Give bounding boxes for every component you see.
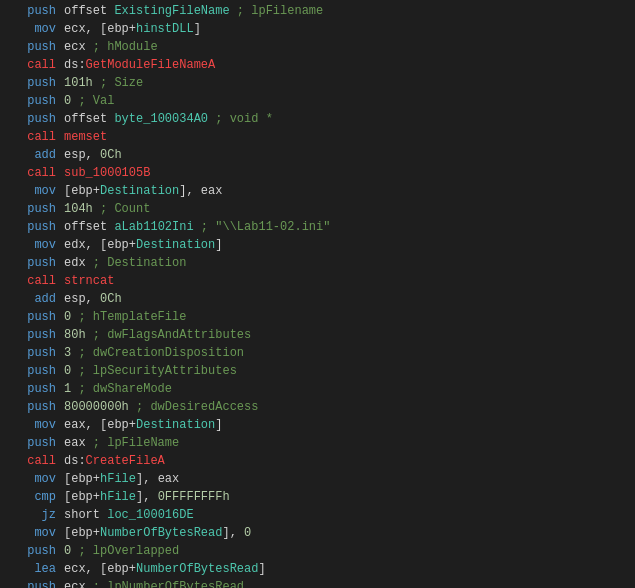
table-row: pushedx ; Destination (0, 256, 635, 274)
table-row: mov[ebp+NumberOfBytesRead], 0 (0, 526, 635, 544)
table-row: push101h ; Size (0, 76, 635, 94)
instruction-operands: ecx, [ebp+hinstDLL] (64, 22, 201, 36)
instruction-mnem: cmp (4, 490, 64, 504)
instruction-operands: ds:CreateFileA (64, 454, 165, 468)
instruction-mnem: push (4, 202, 64, 216)
instruction-operands: [ebp+hFile], eax (64, 472, 179, 486)
table-row: callds:CreateFileA (0, 454, 635, 472)
instruction-operands: ecx ; hModule (64, 40, 158, 54)
table-row: jzshort loc_100016DE (0, 508, 635, 526)
instruction-operands: 1 ; dwShareMode (64, 382, 172, 396)
table-row: push0 ; lpOverlapped (0, 544, 635, 562)
instruction-operands: 80000000h ; dwDesiredAccess (64, 400, 258, 414)
table-row: push80000000h ; dwDesiredAccess (0, 400, 635, 418)
table-row: leaecx, [ebp+NumberOfBytesRead] (0, 562, 635, 580)
instruction-operands: 80h ; dwFlagsAndAttributes (64, 328, 251, 342)
table-row: push0 ; Val (0, 94, 635, 112)
instruction-operands: 104h ; Count (64, 202, 150, 216)
instruction-mnem: push (4, 76, 64, 90)
table-row: pusheax ; lpFileName (0, 436, 635, 454)
instruction-operands: 0 ; lpOverlapped (64, 544, 179, 558)
table-row: push0 ; hTemplateFile (0, 310, 635, 328)
instruction-operands: short loc_100016DE (64, 508, 194, 522)
instruction-mnem: call (4, 166, 64, 180)
table-row: mov[ebp+Destination], eax (0, 184, 635, 202)
instruction-mnem: push (4, 4, 64, 18)
instruction-mnem: push (4, 328, 64, 342)
instruction-mnem: push (4, 94, 64, 108)
instruction-operands: [ebp+hFile], 0FFFFFFFFh (64, 490, 230, 504)
table-row: push104h ; Count (0, 202, 635, 220)
table-row: callds:GetModuleFileNameA (0, 58, 635, 76)
instruction-mnem: push (4, 436, 64, 450)
instruction-mnem: add (4, 292, 64, 306)
instruction-operands: ds:GetModuleFileNameA (64, 58, 215, 72)
instruction-mnem: call (4, 130, 64, 144)
instruction-mnem: add (4, 148, 64, 162)
instruction-mnem: push (4, 382, 64, 396)
instruction-operands: esp, 0Ch (64, 292, 122, 306)
table-row: callsub_1000105B (0, 166, 635, 184)
instruction-operands: edx ; Destination (64, 256, 186, 270)
table-row: movedx, [ebp+Destination] (0, 238, 635, 256)
table-row: cmp[ebp+hFile], 0FFFFFFFFh (0, 490, 635, 508)
instruction-operands: strncat (64, 274, 114, 288)
instruction-operands: memset (64, 130, 107, 144)
instruction-operands: 0 ; lpSecurityAttributes (64, 364, 237, 378)
instruction-operands: 0 ; hTemplateFile (64, 310, 186, 324)
instruction-operands: 0 ; Val (64, 94, 114, 108)
instruction-mnem: lea (4, 562, 64, 576)
instruction-operands: offset aLab1102Ini ; "\\Lab11-02.ini" (64, 220, 330, 234)
table-row: addesp, 0Ch (0, 292, 635, 310)
instruction-mnem: mov (4, 472, 64, 486)
code-view: pushoffset ExistingFileName ; lpFilename… (0, 0, 635, 588)
instruction-operands: ecx, [ebp+NumberOfBytesRead] (64, 562, 266, 576)
table-row: push3 ; dwCreationDisposition (0, 346, 635, 364)
instruction-mnem: mov (4, 238, 64, 252)
table-row: push0 ; lpSecurityAttributes (0, 364, 635, 382)
instruction-mnem: mov (4, 22, 64, 36)
table-row: pushoffset byte_100034A0 ; void * (0, 112, 635, 130)
instruction-operands: 3 ; dwCreationDisposition (64, 346, 244, 360)
instruction-operands: offset ExistingFileName ; lpFilename (64, 4, 323, 18)
instruction-operands: edx, [ebp+Destination] (64, 238, 222, 252)
table-row: moveax, [ebp+Destination] (0, 418, 635, 436)
instruction-mnem: push (4, 310, 64, 324)
instruction-mnem: push (4, 544, 64, 558)
table-row: pushoffset aLab1102Ini ; "\\Lab11-02.ini… (0, 220, 635, 238)
instruction-mnem: push (4, 112, 64, 126)
instruction-mnem: push (4, 220, 64, 234)
instruction-mnem: push (4, 346, 64, 360)
instruction-mnem: mov (4, 418, 64, 432)
instruction-operands: sub_1000105B (64, 166, 150, 180)
instruction-mnem: jz (4, 508, 64, 522)
table-row: pushoffset ExistingFileName ; lpFilename (0, 4, 635, 22)
table-row: callmemset (0, 130, 635, 148)
instruction-operands: ecx ; lpNumberOfBytesRead (64, 580, 244, 588)
instruction-mnem: call (4, 454, 64, 468)
instruction-operands: offset byte_100034A0 ; void * (64, 112, 273, 126)
table-row: pushecx ; lpNumberOfBytesRead (0, 580, 635, 588)
table-row: mov[ebp+hFile], eax (0, 472, 635, 490)
instruction-mnem: push (4, 364, 64, 378)
instruction-mnem: mov (4, 184, 64, 198)
table-row: push1 ; dwShareMode (0, 382, 635, 400)
table-row: movecx, [ebp+hinstDLL] (0, 22, 635, 40)
instruction-mnem: push (4, 256, 64, 270)
instruction-operands: esp, 0Ch (64, 148, 122, 162)
instruction-operands: eax, [ebp+Destination] (64, 418, 222, 432)
instruction-operands: eax ; lpFileName (64, 436, 179, 450)
instruction-mnem: push (4, 40, 64, 54)
instruction-operands: [ebp+NumberOfBytesRead], 0 (64, 526, 251, 540)
table-row: callstrncat (0, 274, 635, 292)
table-row: addesp, 0Ch (0, 148, 635, 166)
table-row: push80h ; dwFlagsAndAttributes (0, 328, 635, 346)
instruction-operands: [ebp+Destination], eax (64, 184, 222, 198)
instruction-mnem: call (4, 58, 64, 72)
table-row: pushecx ; hModule (0, 40, 635, 58)
instruction-mnem: push (4, 400, 64, 414)
instruction-operands: 101h ; Size (64, 76, 143, 90)
instruction-mnem: push (4, 580, 64, 588)
instruction-mnem: call (4, 274, 64, 288)
instruction-mnem: mov (4, 526, 64, 540)
